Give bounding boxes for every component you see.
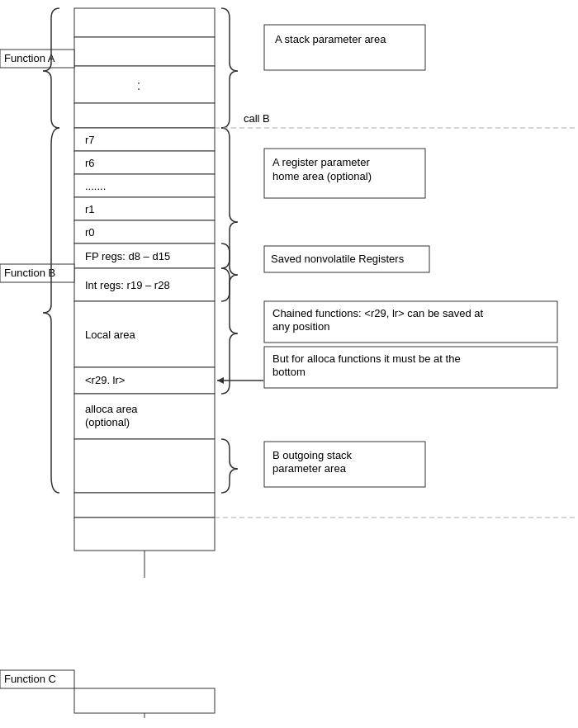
svg-text:bottom: bottom bbox=[272, 366, 306, 378]
svg-rect-13 bbox=[74, 394, 215, 439]
svg-text:(optional): (optional) bbox=[85, 416, 130, 428]
svg-text:Saved nonvolatile  Registers: Saved nonvolatile Registers bbox=[271, 253, 405, 265]
svg-marker-40 bbox=[217, 377, 224, 384]
svg-text:r7: r7 bbox=[85, 134, 95, 146]
svg-rect-3 bbox=[74, 103, 215, 128]
svg-text:r1: r1 bbox=[85, 203, 95, 215]
svg-text:call B: call B bbox=[244, 112, 270, 125]
svg-text:A register  parameter: A register parameter bbox=[272, 156, 370, 168]
svg-rect-1 bbox=[74, 37, 215, 66]
svg-rect-9 bbox=[74, 243, 215, 268]
svg-rect-0 bbox=[74, 8, 215, 37]
svg-text:But for alloca functions it mu: But for alloca functions it must be at t… bbox=[272, 352, 461, 365]
svg-rect-14 bbox=[74, 439, 215, 493]
svg-text:parameter area: parameter area bbox=[272, 462, 347, 475]
svg-text:FP regs: d8 – d15: FP regs: d8 – d15 bbox=[85, 250, 170, 262]
svg-text:Chained functions: <r29, lr> c: Chained functions: <r29, lr> can be save… bbox=[272, 307, 483, 319]
svg-rect-5 bbox=[74, 151, 215, 174]
svg-rect-31 bbox=[264, 246, 429, 272]
svg-rect-41 bbox=[264, 442, 425, 487]
svg-rect-33 bbox=[264, 301, 557, 343]
svg-text:Function B: Function B bbox=[4, 267, 55, 279]
svg-rect-16 bbox=[74, 518, 215, 551]
svg-rect-8 bbox=[74, 220, 215, 243]
svg-text:Function A: Function A bbox=[4, 52, 55, 64]
svg-text:A stack parameter area: A stack parameter area bbox=[275, 33, 386, 45]
svg-rect-6 bbox=[74, 174, 215, 197]
svg-rect-19 bbox=[0, 264, 74, 282]
svg-rect-4 bbox=[74, 128, 215, 151]
svg-text:Int regs: r19 – r28: Int regs: r19 – r28 bbox=[85, 279, 170, 291]
svg-text:r6: r6 bbox=[85, 157, 95, 169]
svg-text::: : bbox=[137, 78, 140, 92]
svg-rect-58 bbox=[74, 688, 215, 713]
svg-text:B outgoing stack: B outgoing stack bbox=[272, 449, 353, 461]
svg-rect-36 bbox=[264, 347, 557, 388]
svg-rect-12 bbox=[74, 367, 215, 394]
svg-rect-7 bbox=[74, 197, 215, 220]
svg-rect-11 bbox=[74, 301, 215, 367]
svg-text:any position: any position bbox=[272, 320, 329, 333]
svg-text:r0: r0 bbox=[85, 226, 95, 239]
svg-rect-28 bbox=[264, 149, 425, 198]
svg-text:home area (optional): home area (optional) bbox=[272, 170, 372, 182]
svg-rect-25 bbox=[264, 25, 425, 70]
diagram-container: Function A Function B Function C bbox=[0, 0, 578, 728]
svg-text:alloca area: alloca area bbox=[85, 403, 138, 415]
svg-rect-2 bbox=[74, 66, 215, 103]
svg-text:Function C: Function C bbox=[4, 673, 56, 685]
svg-rect-17 bbox=[0, 50, 74, 68]
svg-text:Local area: Local area bbox=[85, 329, 135, 341]
svg-text:<r29. lr>: <r29. lr> bbox=[85, 374, 125, 386]
svg-rect-21 bbox=[0, 670, 74, 688]
svg-text:.......: ....... bbox=[85, 180, 106, 192]
svg-rect-15 bbox=[74, 493, 215, 518]
svg-rect-10 bbox=[74, 268, 215, 301]
